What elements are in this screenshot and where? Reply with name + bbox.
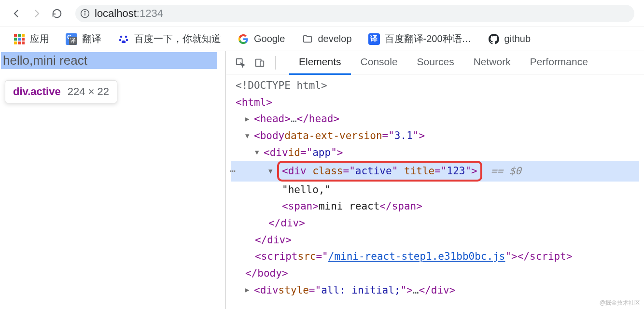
dom-style-div[interactable]: <div style="all: initial;">…</div> [231, 282, 639, 299]
folder-icon [302, 33, 313, 45]
collapse-icon[interactable] [268, 166, 277, 177]
tab-console[interactable]: Console [351, 50, 407, 75]
inspect-tooltip: div.active 224 × 22 [5, 80, 117, 103]
collapse-icon[interactable] [255, 147, 264, 158]
dom-selected-div[interactable]: ⋯ <div class="active" title="123"> == $0 [231, 161, 639, 182]
svg-point-5 [119, 39, 122, 41]
bookmark-label: 应用 [30, 32, 49, 45]
dom-span[interactable]: <span>mini react</span> [231, 198, 639, 215]
expand-icon[interactable] [245, 113, 254, 125]
dom-doctype[interactable]: <!DOCTYPE html> [231, 77, 639, 94]
dom-body-open[interactable]: <body data-ext-version="3.1"> [231, 127, 639, 144]
browser-toolbar: localhost:1234 [0, 0, 644, 27]
page-content: hello,mini react div.active 224 × 22 [0, 51, 226, 309]
dom-app-open[interactable]: <div id="app"> [231, 144, 639, 161]
tab-sources[interactable]: Sources [407, 50, 464, 75]
devtools-header: Elements Console Sources Network Perform… [226, 51, 644, 74]
dom-close-body[interactable]: </body> [231, 265, 639, 282]
dom-close-div[interactable]: </div> [231, 232, 639, 249]
bookmarks-bar: 应用 翻译 百度一下，你就知道 Google develop 译 百度翻译-20… [0, 27, 644, 51]
translate-icon [66, 33, 77, 45]
bookmark-label: Google [254, 33, 285, 44]
inspect-element-icon[interactable] [233, 55, 248, 70]
highlighted-node: <div class="active" title="123"> [277, 161, 482, 182]
bookmark-develop-folder[interactable]: develop [297, 30, 357, 48]
google-icon [238, 33, 249, 45]
tooltip-dimensions: 224 × 22 [68, 85, 109, 98]
inspected-element[interactable]: hello,mini react [1, 52, 217, 69]
bookmark-baidufanyi[interactable]: 译 百度翻译-200种语… [364, 29, 476, 48]
bookmark-label: develop [318, 33, 352, 44]
svg-rect-9 [260, 61, 264, 66]
devtools-panel: Elements Console Sources Network Perform… [226, 51, 644, 309]
forward-button[interactable] [30, 7, 43, 20]
selected-marker: == $0 [491, 163, 521, 180]
tab-network[interactable]: Network [464, 50, 520, 75]
svg-point-6 [126, 39, 128, 41]
svg-point-2 [84, 11, 85, 12]
dom-tree[interactable]: <!DOCTYPE html> <html> <head>…</head> <b… [226, 74, 644, 301]
collapse-icon[interactable] [245, 130, 254, 141]
dom-html-open[interactable]: <html> [231, 94, 639, 111]
more-icon[interactable]: ⋯ [230, 163, 236, 179]
tooltip-selector: div.active [13, 85, 61, 98]
reload-button[interactable] [50, 7, 64, 20]
watermark: @掘金技术社区 [600, 299, 640, 307]
device-toolbar-icon[interactable] [252, 55, 267, 70]
separator [275, 56, 276, 70]
dom-script[interactable]: <script src="/mini-react-step1.e31bb0bc.… [231, 248, 639, 265]
dom-text-node[interactable]: "hello," [231, 182, 639, 198]
bookmark-github[interactable]: github [483, 30, 536, 48]
bookmark-apps[interactable]: 应用 [9, 29, 54, 48]
bookmark-label: 百度翻译-200种语… [385, 32, 472, 45]
tab-performance[interactable]: Performance [520, 50, 598, 75]
expand-icon[interactable] [245, 284, 254, 295]
back-button[interactable] [10, 7, 23, 20]
devtools-tabs: Elements Console Sources Network Perform… [289, 50, 598, 75]
baidu-translate-icon: 译 [368, 33, 380, 45]
url-text: localhost:1234 [95, 7, 163, 20]
tab-elements[interactable]: Elements [289, 50, 351, 75]
site-info-icon[interactable] [80, 9, 90, 18]
apps-icon [14, 33, 25, 45]
bookmark-label: github [504, 33, 531, 44]
svg-point-3 [120, 35, 123, 38]
bookmark-label: 百度一下，你就知道 [134, 32, 221, 45]
dom-head[interactable]: <head>…</head> [231, 111, 639, 127]
baidu-icon [118, 33, 129, 45]
main-area: hello,mini react div.active 224 × 22 Ele… [0, 51, 644, 309]
bookmark-label: 翻译 [82, 32, 101, 45]
bookmark-translate[interactable]: 翻译 [61, 29, 106, 48]
bookmark-baidu[interactable]: 百度一下，你就知道 [113, 29, 226, 48]
address-bar[interactable]: localhost:1234 [75, 5, 634, 22]
bookmark-google[interactable]: Google [233, 30, 290, 48]
svg-point-4 [125, 35, 127, 38]
github-icon [488, 33, 500, 45]
dom-close-div[interactable]: </div> [231, 215, 639, 232]
